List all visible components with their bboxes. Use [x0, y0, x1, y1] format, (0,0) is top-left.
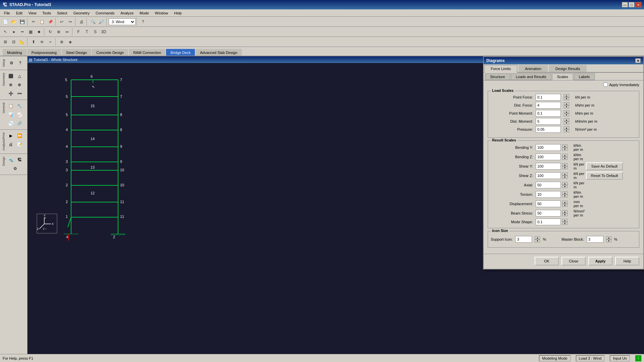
zoom-in-btn[interactable]: 🔍: [89, 18, 97, 26]
mirror-btn[interactable]: ⇔: [63, 28, 71, 36]
mode-shape-up[interactable]: ▲: [562, 219, 568, 222]
setup-icon-2[interactable]: ?: [16, 59, 24, 67]
point-moment-up[interactable]: ▲: [564, 110, 569, 113]
subtab-labels[interactable]: Labels: [574, 73, 595, 80]
node-btn[interactable]: ●: [10, 28, 18, 36]
menu-tools[interactable]: Tools: [40, 10, 54, 16]
geo-icon-4[interactable]: ⊗: [15, 81, 23, 89]
menu-file[interactable]: File: [1, 10, 13, 16]
tab-ram-connection[interactable]: RAM Connection: [129, 49, 165, 56]
plate-btn[interactable]: ▦: [26, 28, 35, 36]
point-force-up[interactable]: ▲: [564, 94, 569, 97]
beam-stress-up[interactable]: ▲: [562, 210, 568, 213]
bending-z-down[interactable]: ▼: [562, 157, 568, 160]
tab-bridge-deck[interactable]: Bridge Deck: [166, 49, 195, 56]
reset-default-btn[interactable]: Reset To Default: [586, 172, 623, 180]
shear-y-up[interactable]: ▲: [562, 163, 568, 166]
torsion-input[interactable]: [536, 191, 561, 198]
select-btn[interactable]: ↖: [1, 28, 9, 36]
dist-moment-down[interactable]: ▼: [564, 121, 569, 124]
beam-stress-input[interactable]: [536, 210, 561, 217]
dialog-tab-design-results[interactable]: Design Results: [549, 65, 587, 72]
menu-geometry[interactable]: Geometry: [71, 10, 92, 16]
torsion-spinner[interactable]: ▲ ▼: [562, 191, 568, 197]
torsion-down[interactable]: ▼: [562, 194, 568, 197]
new-btn[interactable]: 📄: [1, 18, 9, 26]
solid-btn[interactable]: ■: [35, 28, 43, 36]
apply-immediately-label[interactable]: Apply Immediately: [609, 83, 639, 87]
shear-z-up[interactable]: ▲: [562, 173, 568, 176]
disp-btn[interactable]: ≋: [38, 38, 46, 46]
paste-btn[interactable]: 📌: [46, 18, 54, 26]
dist-force-spinner[interactable]: ▲ ▼: [564, 102, 569, 108]
dialog-close-btn[interactable]: ✕: [635, 58, 641, 63]
ana-icon-2[interactable]: ⏩: [15, 132, 23, 140]
geo-icon-6[interactable]: ➖: [15, 89, 23, 98]
ana-icon-1[interactable]: ▶: [7, 132, 15, 140]
view-iso-btn[interactable]: 3D: [100, 28, 108, 36]
menu-help[interactable]: Help: [171, 10, 184, 16]
print-btn[interactable]: 🖨: [77, 18, 86, 26]
geo-icon-1[interactable]: ⬛: [7, 72, 15, 80]
subtab-loads[interactable]: Loads and Results: [511, 73, 551, 80]
dialog-tab-force-limits[interactable]: Force Limits: [484, 65, 517, 73]
dist-force-up[interactable]: ▲: [564, 102, 569, 105]
beam-btn[interactable]: ━: [18, 28, 26, 36]
bending-y-up[interactable]: ▲: [562, 144, 568, 147]
displacement-spinner[interactable]: ▲ ▼: [562, 201, 568, 207]
mode-shape-spinner[interactable]: ▲ ▼: [562, 219, 568, 225]
gen-icon-3[interactable]: 📊: [7, 111, 15, 119]
master-block-spinner[interactable]: ▲ ▼: [606, 236, 611, 242]
load-icon-btn[interactable]: ⬆: [30, 38, 38, 46]
ana-icon-3[interactable]: 🖨: [7, 140, 15, 148]
axial-spinner[interactable]: ▲ ▼: [562, 182, 568, 188]
point-force-spinner[interactable]: ▲ ▼: [564, 94, 569, 100]
dialog-title-bar[interactable]: Diagrams ✕: [484, 57, 643, 64]
translate-btn[interactable]: ⊕: [55, 28, 63, 36]
support-icon-spinner[interactable]: ▲ ▼: [535, 236, 540, 242]
gen-icon-5[interactable]: 📉: [7, 119, 15, 127]
displacement-up[interactable]: ▲: [562, 201, 568, 204]
dist-force-down[interactable]: ▼: [564, 105, 569, 108]
beam-stress-spinner[interactable]: ▲ ▼: [562, 210, 568, 216]
cut-btn[interactable]: ✂: [30, 18, 38, 26]
view-top-btn[interactable]: T: [83, 28, 91, 36]
des-icon-2[interactable]: 🏗: [15, 156, 23, 164]
master-block-up[interactable]: ▲: [606, 236, 611, 239]
point-force-down[interactable]: ▼: [564, 97, 569, 100]
ok-button[interactable]: OK: [535, 257, 559, 265]
undo-btn[interactable]: ↩: [58, 18, 66, 26]
menu-analyze[interactable]: Analyze: [118, 10, 136, 16]
menu-view[interactable]: View: [26, 10, 39, 16]
maximize-btn[interactable]: □: [629, 2, 635, 7]
tab-postprocessing[interactable]: Postprocessing: [27, 49, 61, 56]
menu-select[interactable]: Select: [54, 10, 70, 16]
gen-icon-1[interactable]: 📋: [7, 102, 15, 110]
displacement-down[interactable]: ▼: [562, 204, 568, 207]
dist-moment-input[interactable]: [536, 118, 561, 125]
support-icon-down[interactable]: ▼: [535, 239, 540, 242]
apply-immediately-checkbox[interactable]: [603, 82, 608, 87]
dist-moment-spinner[interactable]: ▲ ▼: [564, 118, 569, 124]
dialog-tab-animation[interactable]: Animation: [519, 65, 548, 72]
zoom-out-btn[interactable]: 🔎: [97, 18, 105, 26]
setup-icon-1[interactable]: ⚙: [7, 59, 15, 67]
shear-y-down[interactable]: ▼: [562, 166, 568, 169]
measure-btn[interactable]: 📐: [18, 38, 26, 46]
menu-mode[interactable]: Mode: [137, 10, 152, 16]
close-btn[interactable]: ✕: [635, 2, 641, 7]
copy-btn[interactable]: 📋: [38, 18, 46, 26]
help-btn[interactable]: ?: [139, 18, 147, 26]
view-side-btn[interactable]: S: [91, 28, 99, 36]
geo-icon-5[interactable]: ➕: [7, 89, 15, 98]
redo-btn[interactable]: ↪: [66, 18, 74, 26]
dist-force-input[interactable]: [536, 102, 561, 109]
bending-y-spinner[interactable]: ▲ ▼: [562, 144, 568, 150]
tab-concrete-design[interactable]: Concrete Design: [92, 49, 128, 56]
axial-up[interactable]: ▲: [562, 182, 568, 185]
minimize-btn[interactable]: —: [622, 2, 628, 7]
pressure-input[interactable]: [536, 126, 561, 133]
view-front-btn[interactable]: F: [74, 28, 83, 36]
bending-z-up[interactable]: ▲: [562, 154, 568, 157]
material-btn[interactable]: ◈: [66, 38, 74, 46]
